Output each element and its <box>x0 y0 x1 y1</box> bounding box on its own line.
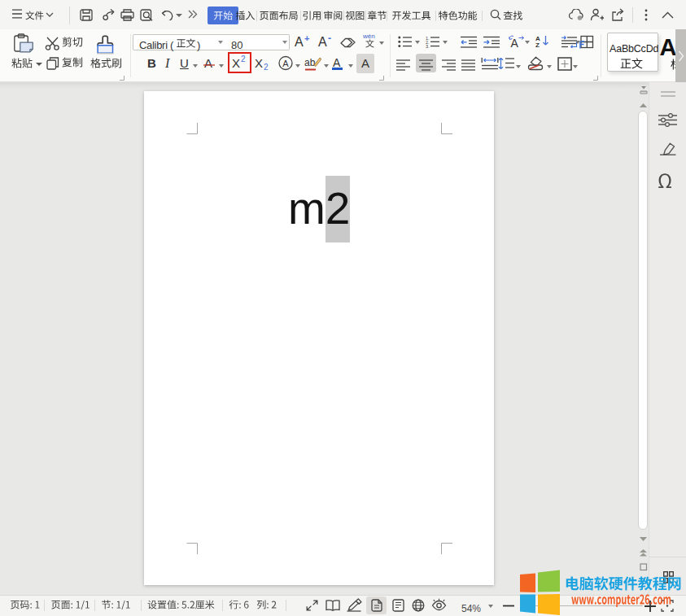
svg-text:3.: 3. <box>426 44 430 48</box>
svg-text:A: A <box>282 59 289 68</box>
svg-text:Z: Z <box>535 42 540 48</box>
svg-text:ab: ab <box>304 57 316 68</box>
